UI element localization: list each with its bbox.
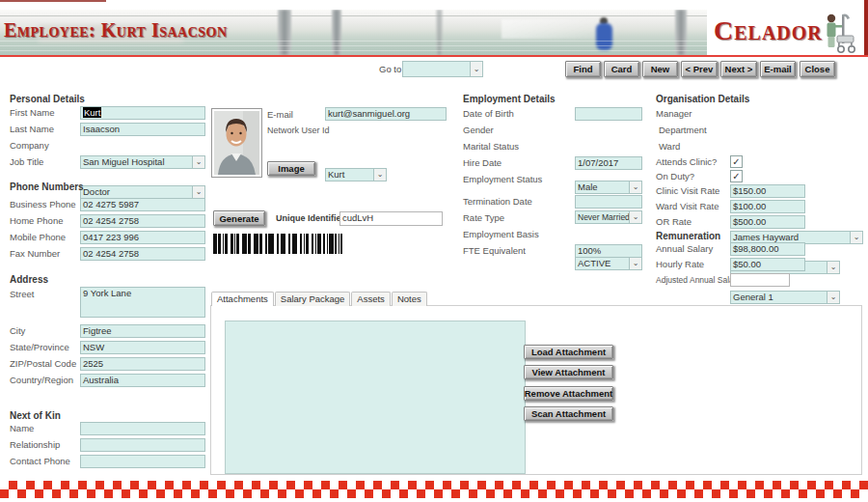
on-duty-checkbox[interactable] — [730, 170, 743, 182]
detail-tabs: Attachments Salary Package Assets Notes — [211, 292, 427, 306]
next-button[interactable]: Next > — [720, 61, 757, 77]
email-button[interactable]: E-mail — [760, 61, 796, 77]
scan-attachment-button[interactable]: Scan Attachment — [524, 406, 613, 421]
gender-value: Male — [578, 181, 598, 192]
annual-salary-field[interactable]: $98,800.00 — [730, 242, 805, 256]
network-user-id-combobox[interactable]: Kurt⌄ — [325, 168, 387, 181]
chevron-down-icon: ⌄ — [470, 62, 482, 76]
tab-salary-package[interactable]: Salary Package — [275, 292, 351, 306]
home-phone-label: Home Phone — [10, 215, 63, 226]
annual-salary-label: Annual Salary — [656, 243, 713, 254]
ward-visit-rate-field[interactable]: $100.00 — [730, 200, 805, 213]
checkerboard-border — [0, 481, 868, 498]
zip-postal-code-field[interactable]: 2525 — [80, 357, 205, 371]
department-label: Department — [659, 125, 707, 135]
personal-details-header: Personal Details — [10, 94, 85, 104]
marital-status-label: Marital Status — [463, 141, 519, 152]
city-field[interactable]: Figtree — [80, 324, 205, 338]
kin-contact-phone-field[interactable] — [80, 455, 205, 468]
or-rate-field[interactable]: $500.00 — [730, 215, 805, 229]
goto-label: Go to — [379, 64, 401, 74]
state-province-label: State/Province — [10, 342, 69, 352]
tab-notes[interactable]: Notes — [392, 292, 427, 306]
fax-number-field[interactable]: 02 4254 2758 — [80, 247, 205, 261]
rate-type-label: Rate Type — [463, 212, 504, 223]
card-button[interactable]: Card — [604, 61, 639, 77]
mobile-phone-field[interactable]: 0417 223 996 — [80, 231, 205, 244]
email-field[interactable]: kurt@sanmiguel.org — [325, 107, 447, 121]
brand-logo-text: Celador — [714, 15, 823, 46]
remove-attachment-button[interactable]: Remove Attachment — [524, 386, 613, 401]
image-button[interactable]: Image — [267, 161, 315, 176]
new-button[interactable]: New — [642, 61, 678, 77]
ward-label: Ward — [659, 141, 680, 152]
last-name-field[interactable]: Isaacson — [80, 123, 205, 136]
company-combobox[interactable]: San Miguel Hospital⌄ — [80, 155, 205, 169]
attends-clinic-label: Attends Clinic? — [656, 156, 717, 167]
employee-barcode — [213, 234, 342, 254]
first-name-value: Kurt — [83, 107, 101, 118]
employment-status-combobox[interactable]: ACTIVE⌄ — [575, 257, 642, 270]
goto-combobox[interactable]: ⌄ — [402, 61, 483, 77]
load-attachment-button[interactable]: Load Attachment — [524, 345, 613, 359]
network-user-id-value: Kurt — [328, 169, 344, 180]
job-title-label: Job Title — [10, 156, 43, 167]
termination-date-field[interactable] — [575, 195, 642, 209]
employment-status-value: ACTIVE — [578, 258, 610, 268]
unique-identifier-field[interactable]: cudLvH — [339, 211, 443, 226]
employment-details-header: Employment Details — [463, 94, 556, 104]
unique-identifier-label: Unique Identifier — [276, 213, 344, 223]
termination-date-label: Termination Date — [463, 196, 532, 207]
fax-number-label: Fax Number — [10, 248, 60, 259]
attachments-listbox[interactable] — [225, 321, 526, 474]
clinic-visit-rate-field[interactable]: $150.00 — [730, 184, 805, 198]
porter-clipart-icon — [813, 11, 857, 59]
tab-attachments[interactable]: Attachments — [211, 292, 274, 306]
first-name-field[interactable]: Kurt — [80, 106, 205, 120]
adjusted-annual-salary-label: Adjusted Annual Salary — [656, 275, 741, 285]
country-region-label: Country/Region — [10, 375, 73, 385]
employment-status-label: Employment Status — [463, 174, 542, 184]
company-value: San Miguel Hospital — [83, 156, 165, 167]
business-phone-field[interactable]: 02 4275 5987 — [80, 198, 205, 211]
chevron-down-icon: ⌄ — [373, 169, 386, 181]
fte-equivalent-label: FTE Equivalent — [463, 245, 526, 256]
kin-relationship-field[interactable] — [80, 438, 205, 452]
mobile-phone-label: Mobile Phone — [10, 232, 66, 242]
gender-combobox[interactable]: Male⌄ — [575, 181, 642, 194]
chevron-down-icon: ⌄ — [827, 262, 839, 273]
prev-button[interactable]: < Prev — [681, 61, 718, 77]
find-button[interactable]: Find — [565, 61, 601, 77]
fte-equivalent-field[interactable]: 100% — [575, 244, 642, 258]
header-top-strip — [0, 0, 868, 10]
generate-button[interactable]: Generate — [213, 210, 265, 226]
chevron-down-icon: ⌄ — [629, 258, 641, 269]
kin-name-field[interactable] — [80, 422, 205, 435]
hourly-rate-field[interactable]: $50.00 — [730, 258, 805, 271]
home-phone-field[interactable]: 02 4254 2758 — [80, 214, 205, 228]
city-label: City — [10, 325, 25, 336]
state-province-field[interactable]: NSW — [80, 341, 205, 354]
remuneration-header: Remuneration — [656, 231, 720, 241]
street-field[interactable]: 9 York Lane — [80, 287, 205, 318]
chevron-down-icon: ⌄ — [629, 211, 641, 223]
hire-date-label: Hire Date — [463, 157, 502, 168]
chevron-down-icon: ⌄ — [192, 156, 204, 168]
hire-date-field[interactable]: 1/07/2017 — [575, 156, 642, 170]
kin-relationship-label: Relationship — [10, 439, 60, 450]
ward-combobox[interactable]: General 1⌄ — [730, 291, 840, 304]
adjusted-annual-salary-field[interactable] — [730, 273, 790, 287]
attends-clinic-checkbox[interactable] — [730, 155, 743, 168]
email-label: E-mail — [267, 109, 293, 120]
date-of-birth-field[interactable] — [575, 107, 642, 121]
manager-value: James Hayward — [733, 232, 799, 242]
job-title-combobox[interactable]: Doctor⌄ — [80, 185, 205, 199]
next-of-kin-header: Next of Kin — [10, 410, 61, 421]
view-attachment-button[interactable]: View Attachment — [524, 365, 613, 379]
country-region-field[interactable]: Australia — [80, 374, 205, 387]
close-button[interactable]: Close — [800, 61, 835, 77]
kin-name-label: Name — [10, 423, 34, 433]
corridor-floor — [0, 41, 707, 55]
marital-status-combobox[interactable]: Never Married⌄ — [575, 210, 642, 224]
tab-assets[interactable]: Assets — [351, 292, 391, 306]
